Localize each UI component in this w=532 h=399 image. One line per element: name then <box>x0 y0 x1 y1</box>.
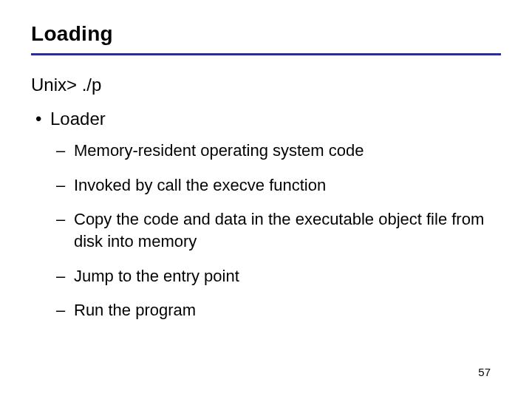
list-item: Run the program <box>74 299 501 321</box>
list-item: Copy the code and data in the executable… <box>74 208 501 252</box>
command-line: Unix> ./p <box>31 75 501 95</box>
title-rule <box>31 53 501 55</box>
loader-sublist: Memory-resident operating system code In… <box>31 140 501 321</box>
bullet-loader: •Loader <box>31 109 501 129</box>
list-item: Jump to the entry point <box>74 265 501 287</box>
slide-title: Loading <box>31 22 501 46</box>
slide: Loading Unix> ./p •Loader Memory-residen… <box>0 0 532 321</box>
list-item: Invoked by call the execve function <box>74 174 501 197</box>
bullet-label: Loader <box>50 109 106 129</box>
bullet-marker: • <box>35 109 50 129</box>
page-number: 57 <box>478 366 491 378</box>
list-item: Memory-resident operating system code <box>74 140 501 162</box>
